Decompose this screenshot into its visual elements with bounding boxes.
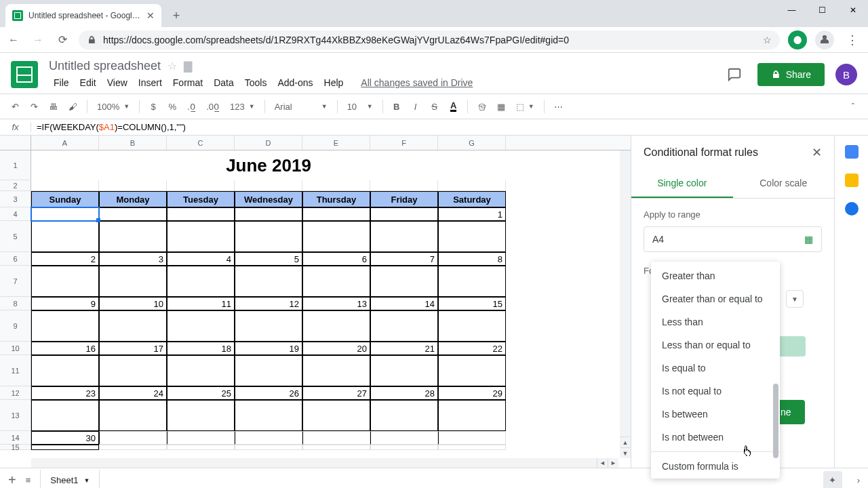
increase-decimal-button[interactable]: .00̲ [202,98,223,115]
rule-type-dropdown-arrow[interactable]: ▼ [786,290,804,308]
calendar-date-cell[interactable]: 1 [438,207,506,221]
calendar-blank-cell[interactable] [302,221,370,252]
col-header[interactable]: E [302,136,370,150]
browser-menu-icon[interactable]: ⋮ [842,33,863,47]
format-preview-swatch[interactable] [778,336,806,357]
row-header[interactable]: 12 [0,386,31,400]
tasks-addon-icon[interactable] [845,202,859,216]
row-header[interactable]: 3 [0,191,31,207]
day-header[interactable]: Friday [370,191,438,207]
dd-not-between[interactable]: Is not between [651,426,780,449]
calendar-date-cell[interactable]: 7 [370,252,438,266]
redo-button[interactable]: ↷ [26,98,42,115]
calendar-date-cell[interactable]: 26 [235,386,302,400]
row-header[interactable]: 4 [0,207,31,221]
day-header[interactable]: Monday [99,191,167,207]
calendar-date-cell[interactable]: 13 [302,297,370,310]
menu-insert[interactable]: Insert [134,75,167,91]
sheets-logo-icon[interactable] [11,61,38,88]
calendar-date-cell[interactable]: 9 [31,297,99,310]
forward-button[interactable]: → [30,32,46,48]
menu-edit[interactable]: Edit [75,75,101,91]
vertical-scrollbar[interactable]: ▲▼ [620,150,631,458]
calendar-blank-cell[interactable] [167,400,235,431]
calendar-title[interactable]: June 2019 [31,150,506,180]
explore-button[interactable]: ✦ [823,471,842,489]
browser-tab[interactable]: Untitled spreadsheet - Google S ✕ [5,4,161,27]
menu-format[interactable]: Format [168,75,208,91]
menu-help[interactable]: Help [319,75,349,91]
calendar-blank-cell[interactable] [370,445,438,450]
calendar-date-cell[interactable]: 8 [438,252,506,266]
calendar-blank-cell[interactable] [302,445,370,450]
borders-button[interactable]: ▦ [493,98,509,115]
calendar-blank-cell[interactable] [235,266,302,297]
calendar-blank-cell[interactable] [235,400,302,431]
col-header[interactable]: B [99,136,167,150]
row-header[interactable]: 9 [0,310,31,342]
col-header[interactable]: A [31,136,99,150]
calendar-date-cell[interactable]: 4 [167,252,235,266]
calendar-date-cell[interactable]: 27 [302,386,370,400]
formula-input[interactable]: =IF(WEEKDAY($A1)=COLUMN(),1,"") [31,122,191,133]
row-header[interactable]: 5 [0,221,31,252]
calendar-blank-cell[interactable] [167,310,235,342]
calendar-blank-cell[interactable] [370,310,438,342]
calendar-blank-cell[interactable] [31,310,99,342]
done-button-partial[interactable]: ne [776,400,805,424]
all-sheets-button[interactable]: ≡ [26,475,31,485]
document-title[interactable]: Untitled spreadsheet [49,59,161,73]
row-header[interactable]: 2 [0,180,31,191]
col-header[interactable]: G [438,136,506,150]
share-button[interactable]: 🔒︎ Share [757,63,825,86]
row-header[interactable]: 11 [0,355,31,386]
add-sheet-button[interactable]: + [8,472,16,488]
row-header[interactable]: 7 [0,266,31,297]
cf-tab-color-scale[interactable]: Color scale [733,169,835,198]
number-format-dropdown[interactable]: 123▼ [226,99,259,115]
merge-cells-button[interactable]: ⬚▼ [512,99,538,115]
dd-lte[interactable]: Less than or equal to [651,333,780,357]
select-all-corner[interactable] [0,136,31,150]
calendar-blank-cell[interactable] [438,445,506,450]
day-header[interactable]: Sunday [31,191,99,207]
calendar-blank-cell[interactable] [235,355,302,386]
more-toolbar-button[interactable]: ⋯ [550,98,567,115]
cell[interactable] [167,180,235,191]
calendar-blank-cell[interactable] [438,266,506,297]
row-header[interactable]: 8 [0,297,31,310]
sheet-tab[interactable]: Sheet1 ▼ [40,470,100,488]
decrease-decimal-button[interactable]: .0̲ [183,98,199,115]
calendar-date-cell[interactable]: 29 [438,386,506,400]
dd-not-equal[interactable]: Is not equal to [651,380,780,403]
calendar-date-cell[interactable]: 5 [235,252,302,266]
col-header[interactable]: C [167,136,235,150]
calendar-blank-cell[interactable] [438,221,506,252]
col-header[interactable]: F [370,136,438,150]
font-dropdown[interactable]: Arial▼ [271,99,332,115]
calendar-blank-cell[interactable] [99,445,167,450]
drive-save-status[interactable]: All changes saved in Drive [356,75,477,91]
calendar-date-cell[interactable] [370,207,438,221]
zoom-dropdown[interactable]: 100%▼ [93,99,134,115]
day-header[interactable]: Saturday [438,191,506,207]
calendar-blank-cell[interactable] [167,221,235,252]
account-avatar[interactable]: B [835,64,857,85]
address-bar[interactable]: 🔒︎ https://docs.google.com/spreadsheets/… [79,30,780,49]
extension-icon[interactable]: ⬤ [788,30,807,49]
cell[interactable] [31,180,99,191]
calendar-date-cell[interactable] [235,431,302,445]
comments-button[interactable] [722,62,747,87]
menu-addons[interactable]: Add-ons [273,75,317,91]
day-header[interactable]: Thursday [302,191,370,207]
calendar-blank-cell[interactable] [235,221,302,252]
calendar-blank-cell[interactable] [99,266,167,297]
row-header[interactable]: 15 [0,445,31,450]
calendar-date-cell[interactable] [167,431,235,445]
calendar-blank-cell[interactable] [167,355,235,386]
calendar-date-cell[interactable]: 6 [302,252,370,266]
calendar-blank-cell[interactable] [167,266,235,297]
calendar-date-cell[interactable]: 16 [31,342,99,355]
calendar-date-cell[interactable]: 24 [99,386,167,400]
cell[interactable] [302,180,370,191]
